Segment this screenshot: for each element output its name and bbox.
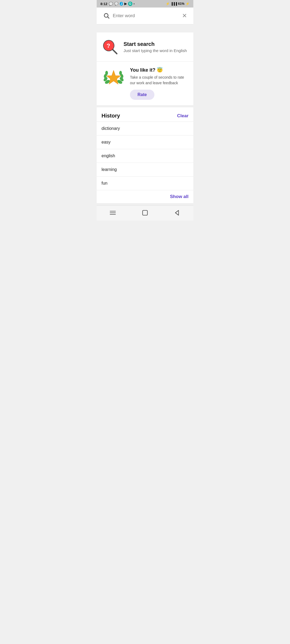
message-icon: 💬 [114,2,118,6]
status-time-area: 8:12 💬 💬 J ▶ G • [100,2,135,6]
history-item[interactable]: dictionary [97,122,193,135]
menu-nav-button[interactable] [109,209,117,217]
rate-button[interactable]: Rate [130,90,154,100]
trophy-svg [102,67,126,91]
back-nav-button[interactable] [173,209,181,217]
show-all-area: Show all [97,190,193,203]
app-icon: G [128,2,132,6]
status-right-area: ⚡ ▐▐▐ 61% ⚡ [166,2,190,6]
history-item[interactable]: english [97,149,193,163]
jio-icon: J [120,2,123,6]
charging-icon: ⚡ [186,2,190,6]
show-all-button[interactable]: Show all [170,194,189,199]
signal-icons: ▐▐▐ [171,2,177,5]
start-search-card: ? Start search Just start typing the wor… [97,32,193,62]
svg-point-0 [104,13,108,17]
svg-point-13 [119,71,122,75]
clear-history-button[interactable]: Clear [177,113,189,119]
svg-line-1 [108,17,109,19]
svg-point-9 [105,71,108,75]
history-item[interactable]: fun [97,176,193,190]
svg-marker-19 [175,210,179,215]
status-bar: 8:12 💬 💬 J ▶ G • ⚡ ▐▐▐ 61% ⚡ [97,0,193,8]
whatsapp-icon: 💬 [109,2,113,6]
clear-search-icon[interactable]: ✕ [182,13,187,19]
history-header: History Clear [97,107,193,122]
svg-text:?: ? [107,42,110,49]
back-icon [174,209,181,216]
home-nav-button[interactable] [141,209,149,217]
start-search-title: Start search [124,41,187,47]
bluetooth-icon: ⚡ [166,2,170,6]
magnifier-question-icon: ? [102,38,119,56]
history-item[interactable]: learning [97,163,193,176]
history-item[interactable]: easy [97,135,193,149]
trophy-icon-area [102,67,126,91]
history-section: History Clear dictionary easy english le… [97,107,193,203]
rate-text-area: You like it? 😇 Take a couple of seconds … [130,67,189,100]
svg-rect-18 [143,210,147,215]
play-icon: ▶ [124,2,127,6]
search-icon [103,12,110,19]
start-search-text: Start search Just start typing the word … [124,41,187,53]
bottom-navigation [97,205,193,221]
gap-spacer [97,24,193,32]
rate-title: You like it? 😇 [130,67,189,73]
search-input[interactable] [113,13,179,19]
square-icon [142,209,148,216]
start-search-desc: Just start typing the word in English [124,48,187,53]
dot-icon: • [134,2,135,5]
battery-level: 61% [178,2,184,6]
rate-card: You like it? 😇 Take a couple of seconds … [97,62,193,107]
history-title: History [102,113,120,119]
svg-line-2 [113,50,117,54]
rate-description: Take a couple of seconds to rate our wor… [130,75,189,86]
search-bar-container: ✕ [97,8,193,24]
menu-icon [109,209,116,216]
status-time: 8:12 [100,2,107,6]
search-bar[interactable]: ✕ [100,10,190,21]
